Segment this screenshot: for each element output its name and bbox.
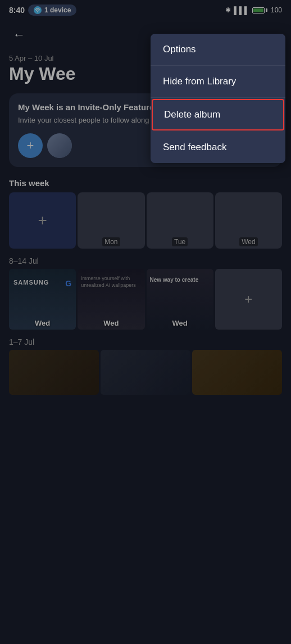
menu-item-options[interactable]: Options [151, 34, 285, 66]
menu-item-feedback[interactable]: Send feedback [151, 132, 285, 163]
menu-options-label: Options [163, 44, 196, 55]
menu-item-hide[interactable]: Hide from Library [151, 66, 285, 98]
menu-feedback-label: Send feedback [163, 142, 226, 152]
menu-hide-label: Hide from Library [163, 76, 236, 87]
menu-item-delete[interactable]: Delete album [152, 99, 284, 130]
dropdown-menu: Options Hide from Library Delete album S… [151, 34, 285, 163]
menu-delete-label: Delete album [164, 109, 220, 120]
